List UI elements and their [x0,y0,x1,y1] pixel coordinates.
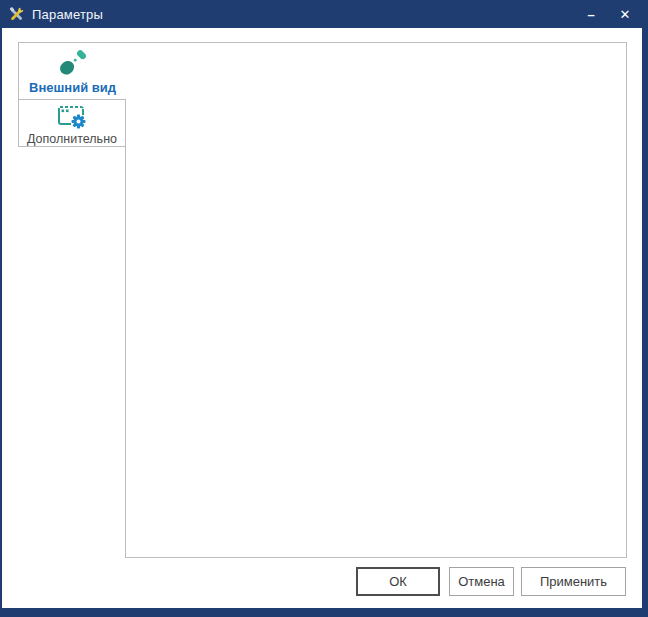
brush-icon [57,50,89,77]
tab-advanced-label: Дополнительно [27,132,117,146]
title-bar: Параметры – ✕ [0,0,648,28]
window-title: Параметры [32,7,103,22]
cancel-button[interactable]: Отмена [449,567,514,596]
ok-button[interactable]: ОК [356,567,440,596]
tab-appearance-label: Внешний вид [29,80,116,95]
tools-icon [8,6,25,23]
apply-button[interactable]: Применить [521,567,626,596]
window-gear-icon [57,103,87,130]
minimize-button[interactable]: – [574,0,608,28]
window-border-left [0,28,2,617]
options-dialog: Параметры – ✕ Внешний вид [0,0,648,617]
window-border-right [642,28,648,617]
tab-appearance[interactable]: Внешний вид [18,42,126,100]
close-button[interactable]: ✕ [608,0,642,28]
settings-panel [125,42,627,558]
window-border-bottom [0,608,648,617]
tab-advanced[interactable]: Дополнительно [18,100,126,147]
